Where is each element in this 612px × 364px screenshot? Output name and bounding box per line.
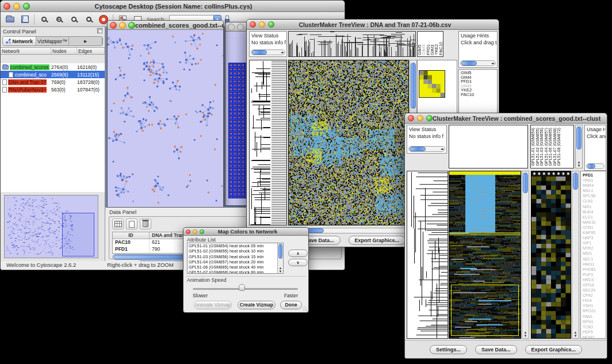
gene-label[interactable]: PAN1 (583, 314, 606, 319)
tv2-button-save-data[interactable]: Save Data... (475, 345, 517, 354)
select-attributes-button[interactable] (112, 219, 124, 229)
attribute-list-item[interactable]: GPL51-01 (GSM854) heat shock 05 min (188, 243, 283, 248)
column-label[interactable]: GPL51-01 (GSM854) (531, 127, 536, 166)
tab-vizmapper[interactable]: VizMapper™ (36, 37, 70, 45)
gene-label[interactable]: RPN1 (583, 319, 606, 324)
view-status-scrollbar[interactable]: ◂▸ (251, 49, 285, 55)
gene-label[interactable]: HAP3 (583, 235, 606, 240)
scroll-arrows[interactable]: ◂▸ (491, 61, 495, 66)
attribute-list-item[interactable]: GPL51-06 (GSM865) heat shock 40 min (188, 265, 283, 270)
gene-label[interactable]: PFD1 (583, 173, 606, 178)
maximize-button[interactable] (426, 115, 433, 121)
network-view-titlebar[interactable]: combined_scores_good.txt--cluste... (108, 21, 223, 30)
zoom-heatmap-panel[interactable] (531, 171, 571, 339)
scrollbar-thumb[interactable] (278, 244, 282, 259)
float-panel-icon[interactable] (97, 28, 102, 33)
row-dendrogram-panel[interactable] (407, 171, 448, 339)
open-file-button[interactable] (4, 14, 16, 25)
attribute-list-item[interactable]: GPL51-03 (GSM856) heat shock 15 min (188, 254, 283, 259)
column-label[interactable]: GPL51-02 (GSM855) (536, 127, 540, 166)
birdseye-viewport-rect[interactable] (62, 213, 94, 256)
gene-label[interactable]: RPO21 (583, 308, 606, 313)
move-down-button[interactable]: ∨ (288, 259, 308, 266)
gene-label[interactable]: PUF3 (583, 272, 606, 277)
gene-label[interactable]: YRA1 (583, 178, 606, 183)
minimize-button[interactable] (259, 21, 265, 28)
attribute-list-item[interactable]: GPL51-02 (GSM855) heat shock 10 min (188, 248, 283, 254)
birdseye-view[interactable] (4, 195, 98, 258)
gene-label[interactable]: SEC1 (583, 256, 606, 262)
dialog-titlebar[interactable]: Map Colors to Network (183, 228, 308, 236)
maximize-button[interactable] (268, 21, 274, 28)
tab-network[interactable]: Network (3, 37, 36, 45)
minimize-button[interactable] (119, 22, 126, 29)
zoom-vscrollbar[interactable]: ▲▼ (572, 171, 579, 339)
usage-hints-scrollbar[interactable]: ◂▸ (460, 60, 496, 66)
maximize-button[interactable] (23, 3, 30, 10)
tv2-button-export-graphics[interactable]: Export Graphics... (525, 345, 583, 354)
scrollbar-thumb[interactable] (411, 63, 416, 109)
zoom-out-button[interactable]: - (38, 14, 49, 25)
gene-label[interactable]: PEP5 (583, 329, 606, 335)
close-button[interactable] (110, 22, 117, 29)
gene-label[interactable]: PHO81 (583, 267, 606, 272)
network-canvas[interactable] (108, 30, 223, 207)
column-label[interactable]: GPL51-06 (GSM865) (548, 127, 553, 166)
row-label[interactable]: PAC10 (461, 93, 497, 97)
gene-label[interactable]: BUD4 (583, 209, 606, 214)
gene-label[interactable]: CPA2 (583, 293, 606, 298)
scroll-arrows[interactable]: ▲▼ (522, 331, 529, 338)
gene-label[interactable]: GPI16 (583, 282, 606, 288)
scroll-arrows[interactable]: ◂▸ (281, 50, 284, 55)
tv2-button-settings[interactable]: Settings... (430, 345, 467, 354)
attribute-list-item[interactable]: GPL51-04 (GSM857) heat shock 20 min (188, 259, 283, 265)
maximize-button[interactable] (200, 229, 204, 234)
network-list-item[interactable]: DNA and Tran 07769(0)183728(0) (1, 78, 105, 86)
done-button[interactable]: Done (280, 301, 302, 309)
gene-label[interactable]: HRD3 (583, 277, 606, 282)
gene-label[interactable]: CLN1 (583, 198, 606, 204)
network-list-item[interactable]: combined_sco2569(6)13112(15) (1, 71, 105, 78)
gene-label[interactable]: SEC24 (583, 288, 606, 293)
scroll-arrows[interactable]: ▲▼ (572, 331, 579, 338)
speed-slider-thumb[interactable] (239, 284, 245, 291)
new-attribute-button[interactable] (126, 219, 137, 229)
scrollbar-thumb[interactable] (252, 50, 267, 55)
column-label[interactable]: PFD1 (426, 33, 430, 55)
gene-label[interactable]: GTB1 (583, 225, 606, 230)
column-dendrogram-panel[interactable] (288, 31, 416, 57)
scrollbar-thumb[interactable] (587, 164, 595, 168)
animate-vizmap-button[interactable]: Animate Vizmap (194, 301, 232, 309)
main-titlebar[interactable]: Cytoscape Desktop (Session Name: collins… (1, 1, 345, 12)
gene-label[interactable]: YSH1 (583, 303, 606, 308)
gene-label[interactable]: NIS1 (583, 204, 606, 209)
minimize-button[interactable] (193, 229, 197, 234)
delete-attribute-button[interactable] (140, 219, 151, 229)
close-button[interactable] (250, 21, 256, 28)
scroll-arrows[interactable]: ▲▼ (278, 266, 283, 273)
column-label[interactable]: GPL51-03 (GSM856) (540, 127, 544, 166)
correlation-matrix-canvas[interactable] (419, 70, 445, 98)
scrollbar-thumb[interactable] (576, 127, 582, 150)
gene-label[interactable]: ELG1 (583, 214, 606, 220)
view-status-scrollbar[interactable]: ◂▸ (408, 146, 445, 152)
scroll-arrows[interactable]: ◂▸ (441, 147, 444, 152)
scrollbar-thumb[interactable] (573, 173, 578, 190)
column-labels-scrollbar[interactable]: ▲▼ (575, 125, 583, 168)
speed-slider-track[interactable] (193, 288, 298, 290)
treeview1-titlebar[interactable]: ClusterMaker TreeView : DNA and Tran 07-… (247, 20, 499, 30)
heatmap-panel[interactable] (288, 60, 409, 225)
attribute-list-item[interactable]: GPL51-07 (GSM868) heat shock 60 min (188, 270, 283, 274)
create-vizmap-button[interactable]: Create Vizmap (238, 301, 276, 309)
gene-label[interactable]: MON2 (583, 335, 606, 339)
column-dendrogram-panel[interactable] (449, 125, 528, 168)
attribute-list-scrollbar[interactable]: ▲▼ (277, 243, 283, 273)
gene-label[interactable]: MSI1 (583, 251, 606, 256)
zoom-fit-button[interactable] (68, 14, 79, 25)
gene-label[interactable]: VIP1 (583, 240, 606, 246)
gene-label[interactable]: RNR4 (583, 183, 606, 188)
gene-label[interactable]: TCB3 (583, 324, 606, 329)
close-button[interactable] (408, 115, 414, 121)
close-button[interactable] (228, 24, 235, 30)
scroll-arrows[interactable]: ▲▼ (576, 160, 582, 167)
